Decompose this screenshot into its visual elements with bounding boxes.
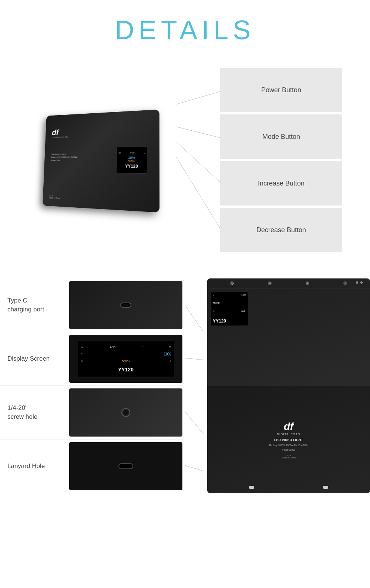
screen-time: 7.2h: [130, 152, 135, 154]
ms-temp-val: 5600K: [213, 302, 220, 304]
svg-line-4: [185, 305, 204, 332]
di-model-name: YY120: [81, 367, 171, 372]
ms-battery-icon: ▪: [213, 294, 213, 297]
ms-brightness-val: 10%: [241, 294, 246, 297]
connector-lines-area: [168, 69, 220, 251]
lanyard-mockup: [69, 442, 182, 490]
device-screen: ⏱ 7.2h ▪ 10% 5600K YY120: [116, 146, 147, 174]
device-bottom-feet: [207, 486, 370, 489]
screen-model: YY120: [125, 164, 138, 168]
mode-btn-circle: M: [268, 281, 272, 285]
back-logo-df: df: [269, 421, 308, 432]
display-screen-image: ⏱ 6.4h ▪ M ☀ 10% ⚙ 5600K +: [69, 335, 182, 383]
port-hole: [120, 303, 131, 308]
connector-svg: [168, 69, 220, 251]
di-temperature: 5600K: [122, 360, 130, 363]
svg-line-6: [185, 412, 204, 434]
di-clock-icon: ⏱: [81, 345, 84, 348]
power-button-label: Power Button: [261, 86, 301, 94]
screen-temperature: 5600K: [128, 160, 135, 163]
detail-row-lanyard: Lanyard Hole: [0, 440, 185, 493]
di-battery: ▪: [142, 345, 143, 348]
power-button-label-box: Power Button: [220, 68, 342, 112]
type-c-label: Type Ccharging port: [0, 296, 67, 314]
back-ce-made: CE ✕Made in China: [269, 454, 308, 459]
ms-model-name: YY120: [213, 318, 246, 324]
detail-row-screw: 1/4-20"screw hole: [0, 386, 185, 440]
labels-panel: Power Button Mode Button Increase Button…: [220, 68, 342, 252]
di-sun-icon: ☀: [81, 353, 83, 355]
ms-clock-icon: ⏱: [213, 310, 215, 313]
screen-clock-icon: ⏱: [118, 152, 121, 155]
bottom-foot-left: [249, 486, 254, 489]
svg-line-3: [176, 156, 220, 228]
device-back-half: df DIGITALFOTO LED VIDEO LIGHT Battery:3…: [207, 386, 370, 493]
top-foot-right: [360, 281, 363, 284]
device-top-feet: [356, 281, 363, 284]
screen-battery-icon: ▪: [144, 152, 145, 154]
top-section: df DIGITALFOTO LED VIDEO LIGHT Battery:3…: [0, 53, 370, 267]
display-screen-label: Display Screen: [0, 354, 67, 363]
screw-hole-visual: [121, 408, 130, 417]
lanyard-hole-image: [69, 442, 182, 490]
ms-time-val: 6.4h: [241, 310, 246, 313]
device-front-content: ▪ 10% 5600K ⏱ 6.4h YY120: [207, 288, 370, 386]
device-back-label: df DIGITALFOTO LED VIDEO LIGHT Battery:3…: [269, 421, 308, 458]
device-front-half: ⏻ M + - ▪ 10% 5600K ⏱ 6.4h: [207, 278, 370, 386]
bottom-section: Type Ccharging port Display Screen ⏱ 6.4…: [0, 267, 370, 495]
type-c-image: [69, 281, 182, 329]
detail-row-type-c: Type Ccharging port: [0, 278, 185, 332]
logo-df: df: [52, 128, 68, 137]
device-perspective-view: df DIGITALFOTO LED VIDEO LIGHT Battery:3…: [28, 90, 168, 230]
increase-button-label-box: Increase Button: [220, 161, 342, 206]
decrease-button-label: Decrease Button: [256, 226, 306, 234]
display-inner: ⏱ 6.4h ▪ M ☀ 10% ⚙ 5600K +: [78, 341, 174, 377]
back-product-name: LED VIDEO LIGHT: [269, 438, 308, 442]
bottom-connectors: [185, 278, 204, 495]
bottom-foot-right: [323, 486, 328, 489]
increase-button-label: Increase Button: [258, 180, 305, 187]
svg-line-0: [176, 91, 220, 104]
detail-row-display: Display Screen ⏱ 6.4h ▪ M ☀ 10%: [0, 332, 185, 386]
back-specs: Battery:3.85V 4000mAh 15.48Wh Power:10W: [269, 443, 308, 451]
screw-hole-image: [69, 388, 182, 437]
device-label-text: LED VIDEO LIGHT Battery:3.85V 4000mAh 15…: [51, 153, 78, 162]
page-title: DETAILS: [0, 15, 370, 45]
lanyard-hole-label: Lanyard Hole: [0, 462, 67, 471]
di-time: 6.4h: [110, 345, 115, 348]
di-temp-icon: ⚙: [81, 360, 83, 363]
minus-btn-circle: -: [343, 281, 347, 285]
device-ce-mark: CE ✕Made in China: [49, 194, 60, 199]
device-top-button-bar: ⏻ M + -: [207, 278, 370, 288]
top-foot-left: [356, 281, 358, 284]
mini-screen: ▪ 10% 5600K ⏱ 6.4h YY120: [211, 292, 248, 325]
screw-hole-label: 1/4-20"screw hole: [0, 404, 67, 421]
power-btn-circle: ⏻: [230, 281, 234, 285]
device-logo: df DIGITALFOTO: [52, 128, 68, 139]
device-body: df DIGITALFOTO LED VIDEO LIGHT Battery:3…: [43, 110, 159, 213]
screw-mockup: [69, 388, 182, 437]
bottom-connector-svg: [185, 278, 204, 493]
plus-btn-circle: +: [306, 281, 309, 285]
page-header: DETAILS: [0, 0, 370, 53]
details-left-column: Type Ccharging port Display Screen ⏱ 6.4…: [0, 278, 185, 495]
svg-line-2: [176, 141, 220, 182]
display-mockup: ⏱ 6.4h ▪ M ☀ 10% ⚙ 5600K +: [69, 335, 182, 383]
svg-line-5: [185, 358, 204, 360]
back-brand-name: DIGITALFOTO: [269, 432, 308, 436]
di-plus-icon: +: [169, 360, 171, 363]
screen-brightness: 10%: [128, 156, 135, 160]
svg-line-7: [185, 465, 204, 471]
logo-brand: DIGITALFOTO: [52, 136, 68, 138]
mode-button-label-box: Mode Button: [220, 114, 342, 159]
mode-button-label: Mode Button: [262, 133, 300, 141]
di-mode-label: M: [169, 345, 171, 348]
port-mockup: [69, 281, 182, 329]
device-front-body: [251, 292, 366, 382]
di-brightness: 10%: [164, 352, 171, 356]
decrease-button-label-box: Decrease Button: [220, 208, 342, 252]
right-device-container: ⏻ M + - ▪ 10% 5600K ⏱ 6.4h: [204, 278, 370, 495]
svg-line-1: [176, 127, 220, 138]
lanyard-hole-visual: [118, 463, 133, 469]
